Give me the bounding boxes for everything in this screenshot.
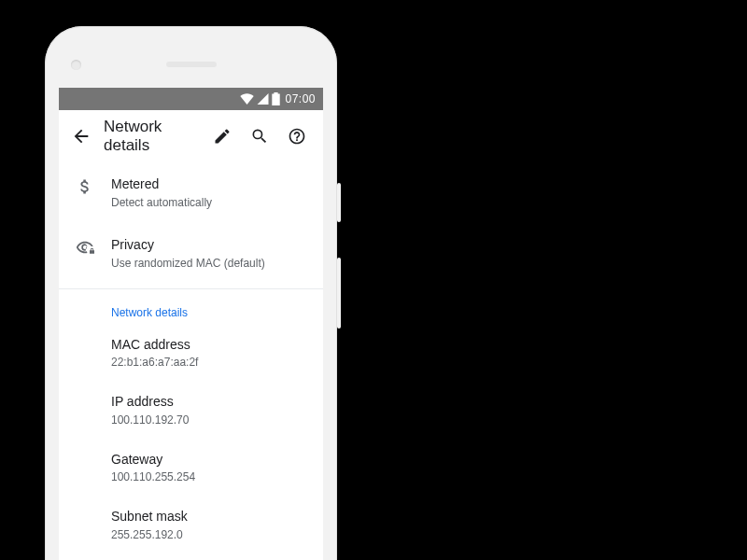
eye-lock-icon bbox=[76, 238, 94, 257]
dns-row[interactable]: DNS 2001:4860:4860::8844 bbox=[59, 553, 323, 560]
gateway-value: 100.110.255.254 bbox=[111, 469, 308, 485]
battery-icon bbox=[272, 92, 280, 105]
subnet-value: 255.255.192.0 bbox=[111, 527, 308, 543]
arrow-back-icon bbox=[71, 126, 92, 147]
pencil-icon bbox=[213, 127, 232, 146]
screen: 07:00 Network details Me bbox=[59, 88, 323, 560]
section-header: Network details bbox=[59, 289, 323, 325]
status-bar: 07:00 bbox=[59, 88, 323, 110]
speaker-slot bbox=[166, 62, 217, 67]
page-title: Network details bbox=[104, 118, 204, 155]
privacy-row[interactable]: Privacy Use randomized MAC (default) bbox=[59, 223, 323, 284]
mac-address-row[interactable]: MAC address 22:b1:a6:a7:aa:2f bbox=[59, 325, 323, 382]
status-time: 07:00 bbox=[285, 92, 316, 105]
back-button[interactable] bbox=[63, 118, 100, 155]
app-bar: Network details bbox=[59, 110, 323, 162]
ip-label: IP address bbox=[111, 393, 308, 412]
search-button[interactable] bbox=[241, 118, 278, 155]
search-icon bbox=[250, 127, 269, 146]
mac-label: MAC address bbox=[111, 336, 308, 355]
cellular-icon bbox=[257, 93, 269, 105]
mac-value: 22:b1:a6:a7:aa:2f bbox=[111, 355, 308, 371]
help-icon bbox=[288, 127, 306, 146]
privacy-subtitle: Use randomized MAC (default) bbox=[111, 256, 308, 272]
gateway-label: Gateway bbox=[111, 451, 308, 469]
ip-address-row[interactable]: IP address 100.110.192.70 bbox=[59, 382, 323, 439]
edit-button[interactable] bbox=[204, 118, 241, 155]
help-button[interactable] bbox=[278, 118, 316, 155]
subnet-label: Subnet mask bbox=[111, 508, 308, 526]
side-button-upper bbox=[337, 183, 341, 222]
wifi-icon bbox=[240, 93, 254, 105]
side-button-lower bbox=[337, 258, 341, 329]
ip-value: 100.110.192.70 bbox=[111, 413, 308, 428]
phone-frame: 07:00 Network details Me bbox=[45, 26, 337, 560]
content-scroll[interactable]: Metered Detect automatically Privacy Use… bbox=[59, 162, 323, 560]
privacy-title: Privacy bbox=[111, 236, 308, 255]
gateway-row[interactable]: Gateway 100.110.255.254 bbox=[59, 440, 323, 497]
dollar-icon bbox=[76, 177, 94, 196]
metered-subtitle: Detect automatically bbox=[111, 195, 308, 211]
camera-dot bbox=[71, 60, 81, 70]
metered-title: Metered bbox=[111, 175, 308, 194]
subnet-row[interactable]: Subnet mask 255.255.192.0 bbox=[59, 497, 323, 553]
metered-row[interactable]: Metered Detect automatically bbox=[59, 162, 323, 223]
